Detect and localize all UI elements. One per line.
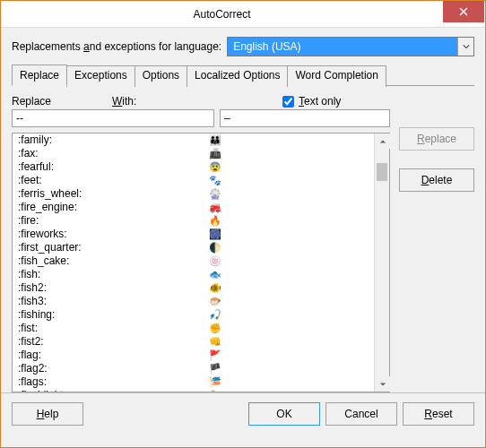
scrollbar[interactable] [374,134,389,392]
list-item-value[interactable]: 🐾 [204,174,374,187]
input-row [12,109,390,127]
list-item-value[interactable]: 🎆 [204,228,374,241]
list-item-value[interactable]: 📠 [204,147,374,160]
list-item[interactable]: :fish3: [13,295,204,308]
window-title: AutoCorrect [1,8,443,21]
replace-button[interactable]: Replace [399,127,474,151]
list-item-value[interactable]: 👊 [204,335,374,349]
replace-label: Replace [12,95,112,108]
list-item-value[interactable]: 🚒 [204,201,374,214]
list-item[interactable]: :fireworks: [13,228,204,241]
list-item[interactable]: :first_quarter: [13,241,204,254]
text-only-input[interactable] [282,96,294,108]
list-item[interactable]: :flashlight: [13,389,204,392]
list-item[interactable]: :fire_engine: [13,201,204,214]
list-item-value[interactable]: 🎏 [204,375,374,389]
list-item-value[interactable]: 👪 [204,134,374,147]
list-item-value[interactable]: 🔥 [204,214,374,228]
list-item-value[interactable]: 🚩 [204,349,374,362]
replace-panel: Replace With: Text only :family::fax::fe… [12,86,474,392]
text-only-checkbox[interactable]: Text only [282,95,390,108]
chevron-up-icon [379,138,386,145]
list-item[interactable]: :ferris_wheel: [13,187,204,201]
list-item[interactable]: :fish: [13,268,204,281]
language-label: Replacements and exceptions for language… [12,40,221,53]
language-selected: English (USA) [228,38,457,56]
delete-button[interactable]: Delete [399,168,474,192]
list-item[interactable]: :fist2: [13,335,204,349]
close-icon [459,7,468,16]
button-bar: Help OK Cancel Reset [1,392,485,435]
replacements-list[interactable]: :family::fax::fearful::feet::ferris_whee… [12,133,390,392]
language-dropdown[interactable]: English (USA) [227,37,474,56]
list-columns: :family::fax::fearful::feet::ferris_whee… [13,134,374,392]
dialog-content: Replacements and exceptions for language… [1,28,485,392]
list-item-value[interactable]: 🐠 [204,281,374,295]
scroll-down-button[interactable] [375,376,390,392]
list-item[interactable]: :fax: [13,147,204,160]
chevron-down-icon [379,381,386,388]
list-col-replace: :family::fax::fearful::feet::ferris_whee… [13,134,204,392]
tab-word-completion[interactable]: Word Completion [287,65,386,87]
field-labels: Replace With: Text only [12,95,390,108]
tab-options[interactable]: Options [135,65,187,87]
list-item[interactable]: :flags: [13,375,204,389]
text-only-label: Text only [299,95,341,108]
scroll-up-button[interactable] [375,134,390,149]
list-item-value[interactable]: 🍥 [204,254,374,268]
list-col-with: 👪📠😨🐾🎡🚒🔥🎆🌓🍥🐟🐠🐡🎣✊👊🚩🏴🎏🔦 [204,134,374,392]
list-item-value[interactable]: ✊ [204,322,374,335]
chevron-down-icon [463,43,470,50]
panel-right: Replace Delete [399,95,474,392]
tab-replace[interactable]: Replace [12,65,67,86]
titlebar: AutoCorrect [1,1,485,28]
list-item-value[interactable]: 🏴 [204,362,374,375]
list-item[interactable]: :fearful: [13,160,204,174]
list-item-value[interactable]: 🔦 [204,389,374,392]
dropdown-arrow [457,38,473,56]
list-item-value[interactable]: 🎡 [204,187,374,201]
list-item-value[interactable]: 🌓 [204,241,374,254]
list-item[interactable]: :flag2: [13,362,204,375]
list-item[interactable]: :family: [13,134,204,147]
with-label: With: [112,95,282,108]
list-item[interactable]: :flag: [13,349,204,362]
list-item-value[interactable]: 😨 [204,160,374,174]
reset-button[interactable]: Reset [403,402,474,426]
list-item[interactable]: :fish_cake: [13,254,204,268]
list-item-value[interactable]: 🐟 [204,268,374,281]
list-item-value[interactable]: 🎣 [204,308,374,322]
scroll-thumb[interactable] [377,163,387,181]
list-item[interactable]: :fire: [13,214,204,228]
list-item[interactable]: :fist: [13,322,204,335]
panel-left: Replace With: Text only :family::fax::fe… [12,95,390,392]
ok-button[interactable]: OK [248,402,320,426]
close-button[interactable] [443,1,484,22]
language-row: Replacements and exceptions for language… [12,37,474,56]
cancel-button[interactable]: Cancel [325,402,397,426]
help-button[interactable]: Help [12,402,83,426]
tab-strip: ReplaceExceptionsOptionsLocalized Option… [12,64,474,86]
with-input[interactable] [220,109,390,127]
replace-input[interactable] [12,109,214,127]
list-item[interactable]: :fishing: [13,308,204,322]
tab-exceptions[interactable]: Exceptions [66,65,135,87]
list-item-value[interactable]: 🐡 [204,295,374,308]
list-item[interactable]: :feet: [13,174,204,187]
tab-localized-options[interactable]: Localized Options [187,65,288,87]
list-item[interactable]: :fish2: [13,281,204,295]
